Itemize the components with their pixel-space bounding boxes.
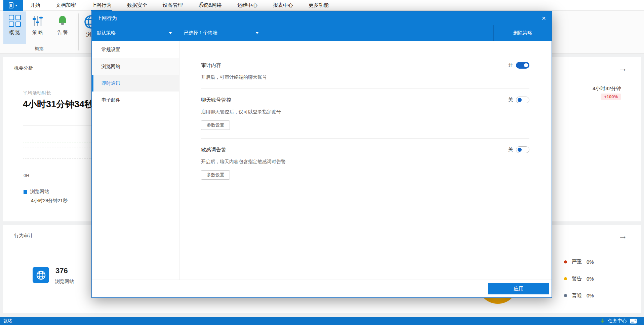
section-description: 启用聊天管控后，仅可以登录指定账号 <box>201 109 529 115</box>
status-bar: 就绪 任务中心 <box>0 317 644 325</box>
policy-dropdown[interactable]: 默认策略 <box>92 25 179 41</box>
menu-items: 开始 文档加密 上网行为 数据安全 设备管理 系统&网络 运维中心 报表中心 更… <box>30 0 329 11</box>
section-description: 开启后，聊天内容包含指定敏感词时告警 <box>201 159 529 165</box>
ribbon-group-label: 概览 <box>0 46 78 52</box>
dialog-body: 常规设置 浏览网站 即时通讯 电子邮件 审计内容 开 开启后，可审计终端的聊天账… <box>92 41 552 280</box>
dialog-content: 审计内容 开 开启后，可审计终端的聊天账号 聊天账号管控 关 启用聊天管控后 <box>179 41 552 280</box>
warning-dot-icon <box>564 277 567 280</box>
menu-item-doc-encrypt[interactable]: 文档加密 <box>55 0 77 11</box>
severity-value: 0% <box>587 276 594 282</box>
severity-row-normal: 普通 0% <box>564 292 594 299</box>
delta-badge: +100% <box>601 94 621 100</box>
menu-item-ops-center[interactable]: 运维中心 <box>237 0 258 11</box>
severity-value: 0% <box>587 293 594 298</box>
menu-item-system-network[interactable]: 系统&网络 <box>198 0 223 11</box>
dialog-sidebar: 常规设置 浏览网站 即时通讯 电子邮件 <box>92 41 179 280</box>
section-title: 聊天账号管控 <box>201 97 231 103</box>
ribbon-group-divider <box>78 13 79 50</box>
menu-item-report-center[interactable]: 报表中心 <box>272 0 294 11</box>
delete-policy-button[interactable]: 删除策略 <box>493 25 552 41</box>
dialog-title: 上网行为 <box>92 15 117 22</box>
param-settings-button[interactable]: 参数设置 <box>201 170 230 180</box>
severity-label: 警告 <box>572 276 582 282</box>
legend-value: 4小时28分钟21秒 <box>31 198 68 204</box>
ribbon-tile-policy[interactable]: 策 略 <box>28 11 48 44</box>
severity-row-critical: 严重 0% <box>564 258 594 265</box>
right-metric-value: 4小时32分钟 <box>593 85 621 92</box>
ribbon-tile-overview[interactable]: 概 览 <box>3 11 26 44</box>
dialog-toolbar: 默认策略 已选择 1 个终端 删除策略 <box>92 25 552 41</box>
menu-item-start[interactable]: 开始 <box>30 0 41 11</box>
sidebar-item-general[interactable]: 常规设置 <box>92 41 179 58</box>
chevron-down-icon <box>169 32 172 34</box>
ribbon-tile-label: 告 警 <box>57 30 68 36</box>
ribbon-tile-label: 策 略 <box>32 30 43 36</box>
download-arrow-icon <box>600 318 605 324</box>
normal-dot-icon <box>564 294 567 297</box>
dialog-footer: 应用 <box>92 280 552 297</box>
menu-item-data-security[interactable]: 数据安全 <box>126 0 148 11</box>
menu-item-device-mgmt[interactable]: 设备管理 <box>162 0 184 11</box>
section-title: 敏感词告警 <box>201 147 226 153</box>
card-title: 行为审计 <box>14 233 33 239</box>
toggle-state-label: 关 <box>508 147 513 153</box>
section-audit-content: 审计内容 开 开启后，可审计终端的聊天账号 <box>201 41 529 89</box>
sliders-icon <box>32 15 44 27</box>
toggle-state-label: 开 <box>508 62 513 68</box>
section-chat-account-control: 聊天账号管控 关 启用聊天管控后，仅可以登录指定账号 参数设置 <box>201 89 529 139</box>
browse-count: 376 <box>55 266 68 275</box>
apply-button[interactable]: 应用 <box>488 283 549 294</box>
severity-label: 普通 <box>572 292 582 299</box>
chevron-down-icon <box>255 32 259 34</box>
bell-icon <box>56 15 69 27</box>
sidebar-item-instant-messaging[interactable]: 即时通讯 <box>92 75 179 92</box>
ribbon-tile-alert[interactable]: 告 警 <box>52 11 73 44</box>
delete-policy-label: 删除策略 <box>513 30 532 36</box>
globe-icon <box>36 270 46 280</box>
sidebar-item-email[interactable]: 电子邮件 <box>92 92 179 108</box>
task-center-button[interactable]: 任务中心 <box>608 318 627 324</box>
browse-count-label: 浏览网站 <box>55 279 74 285</box>
critical-dot-icon <box>564 260 567 263</box>
chat-account-toggle[interactable] <box>516 97 529 103</box>
toggle-knob <box>518 98 522 102</box>
audit-content-toggle[interactable] <box>516 62 529 69</box>
sidebar-item-browse-web[interactable]: 浏览网站 <box>92 58 179 75</box>
sensitive-word-toggle[interactable] <box>516 146 529 153</box>
overview-grid-icon <box>9 15 21 27</box>
avg-duration-value: 4小时31分钟34秒 <box>23 98 93 110</box>
legend-swatch <box>24 190 27 194</box>
close-icon[interactable]: × <box>536 14 552 22</box>
toggle-state-label: 关 <box>508 97 513 103</box>
avg-duration-label: 平均活动时长 <box>23 90 51 96</box>
browse-count-tile <box>33 267 49 283</box>
dialog-header: 上网行为 × <box>92 11 552 25</box>
menu-item-internet-behavior[interactable]: 上网行为 <box>91 0 112 11</box>
section-description: 开启后，可审计终端的聊天账号 <box>201 74 529 80</box>
chevron-down-icon <box>15 5 17 6</box>
section-title: 审计内容 <box>201 62 221 69</box>
severity-label: 严重 <box>572 259 582 265</box>
severity-value: 0% <box>587 259 594 265</box>
arrow-right-icon[interactable]: → <box>618 63 627 74</box>
policy-dropdown-label: 默认策略 <box>97 30 116 36</box>
toggle-knob <box>518 148 522 152</box>
toggle-knob <box>524 63 528 67</box>
app-logo-icon <box>9 2 14 8</box>
terminal-dropdown[interactable]: 已选择 1 个终端 <box>179 25 267 41</box>
menu-item-more[interactable]: 更多功能 <box>308 0 329 11</box>
arrow-right-icon[interactable]: → <box>618 231 627 241</box>
severity-row-warning: 警告 0% <box>564 275 594 282</box>
ribbon-tile-label: 概 览 <box>9 30 20 36</box>
menu-bar: 开始 文档加密 上网行为 数据安全 设备管理 系统&网络 运维中心 报表中心 更… <box>0 0 644 11</box>
card-title: 概要分析 <box>14 65 33 71</box>
internet-behavior-dialog: 上网行为 × 默认策略 已选择 1 个终端 删除策略 常规设置 浏览网站 即时通… <box>91 11 552 298</box>
app-menu-button[interactable] <box>3 0 23 11</box>
status-ready-label: 就绪 <box>3 317 12 325</box>
section-sensitive-word-alert: 敏感词告警 关 开启后，聊天内容包含指定敏感词时告警 参数设置 <box>201 139 529 180</box>
terminal-dropdown-label: 已选择 1 个终端 <box>184 30 217 36</box>
legend-label: 浏览网站 <box>30 189 49 195</box>
task-window-icon[interactable] <box>630 319 637 324</box>
param-settings-button[interactable]: 参数设置 <box>201 120 230 130</box>
toolbar-spacer <box>267 25 493 41</box>
